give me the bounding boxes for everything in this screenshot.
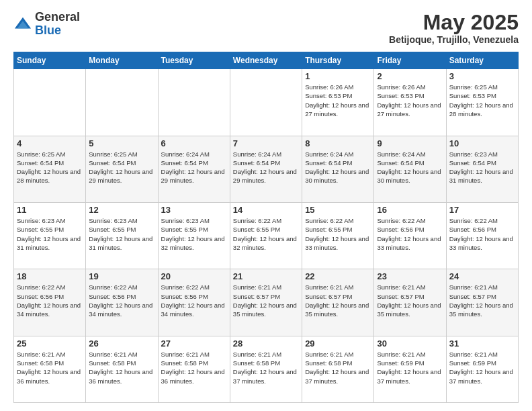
day-number: 17 [449, 205, 515, 215]
calendar-cell [158, 69, 230, 136]
day-info: Sunrise: 6:22 AM Sunset: 6:56 PM Dayligh… [17, 283, 83, 318]
logo-general: General [35, 11, 80, 24]
day-number: 31 [449, 338, 515, 349]
day-info: Sunrise: 6:21 AM Sunset: 6:58 PM Dayligh… [17, 350, 83, 385]
title-block: May 2025 Betijoque, Trujillo, Venezuela [389, 11, 519, 45]
header: General Blue May 2025 Betijoque, Trujill… [13, 11, 519, 45]
calendar-cell: 1Sunrise: 6:26 AM Sunset: 6:53 PM Daylig… [302, 69, 374, 136]
day-info: Sunrise: 6:22 AM Sunset: 6:56 PM Dayligh… [449, 216, 515, 252]
calendar-cell: 29Sunrise: 6:21 AM Sunset: 6:58 PM Dayli… [302, 336, 374, 402]
calendar-cell: 20Sunrise: 6:22 AM Sunset: 6:56 PM Dayli… [158, 269, 230, 336]
calendar-cell [230, 69, 302, 136]
day-number: 27 [161, 338, 227, 349]
day-number: 11 [17, 205, 83, 215]
calendar-cell: 15Sunrise: 6:22 AM Sunset: 6:55 PM Dayli… [302, 202, 374, 269]
day-number: 3 [449, 71, 515, 81]
weekday-header-row: SundayMondayTuesdayWednesdayThursdayFrid… [14, 52, 519, 69]
week-row-3: 11Sunrise: 6:23 AM Sunset: 6:55 PM Dayli… [14, 202, 519, 269]
day-number: 19 [89, 271, 154, 281]
day-info: Sunrise: 6:22 AM Sunset: 6:56 PM Dayligh… [89, 283, 154, 318]
day-info: Sunrise: 6:26 AM Sunset: 6:53 PM Dayligh… [377, 83, 443, 118]
subtitle: Betijoque, Trujillo, Venezuela [389, 34, 519, 45]
day-number: 25 [17, 338, 83, 349]
day-number: 21 [233, 271, 299, 281]
logo: General Blue [13, 11, 80, 38]
day-number: 1 [305, 71, 371, 81]
day-number: 26 [89, 338, 154, 349]
calendar-cell: 14Sunrise: 6:22 AM Sunset: 6:55 PM Dayli… [230, 202, 302, 269]
calendar-cell: 13Sunrise: 6:23 AM Sunset: 6:55 PM Dayli… [158, 202, 230, 269]
day-number: 13 [161, 205, 227, 215]
calendar-cell: 10Sunrise: 6:23 AM Sunset: 6:54 PM Dayli… [446, 136, 518, 202]
day-info: Sunrise: 6:21 AM Sunset: 6:59 PM Dayligh… [449, 350, 515, 385]
day-number: 9 [377, 138, 443, 148]
day-info: Sunrise: 6:26 AM Sunset: 6:53 PM Dayligh… [305, 83, 371, 118]
day-info: Sunrise: 6:24 AM Sunset: 6:54 PM Dayligh… [377, 150, 443, 185]
day-info: Sunrise: 6:24 AM Sunset: 6:54 PM Dayligh… [161, 150, 227, 185]
day-info: Sunrise: 6:21 AM Sunset: 6:57 PM Dayligh… [377, 283, 443, 318]
day-info: Sunrise: 6:25 AM Sunset: 6:54 PM Dayligh… [17, 150, 83, 185]
day-number: 23 [377, 271, 443, 281]
logo-text: General Blue [35, 11, 80, 38]
calendar-cell: 21Sunrise: 6:21 AM Sunset: 6:57 PM Dayli… [230, 269, 302, 336]
day-number: 10 [449, 138, 515, 148]
weekday-header-sunday: Sunday [14, 52, 86, 69]
day-number: 16 [377, 205, 443, 215]
calendar-cell: 22Sunrise: 6:21 AM Sunset: 6:57 PM Dayli… [302, 269, 374, 336]
day-info: Sunrise: 6:21 AM Sunset: 6:58 PM Dayligh… [233, 350, 299, 385]
logo-icon [13, 15, 32, 34]
week-row-4: 18Sunrise: 6:22 AM Sunset: 6:56 PM Dayli… [14, 269, 519, 336]
day-number: 20 [161, 271, 227, 281]
day-number: 24 [449, 271, 515, 281]
day-info: Sunrise: 6:21 AM Sunset: 6:57 PM Dayligh… [305, 283, 371, 318]
day-info: Sunrise: 6:22 AM Sunset: 6:55 PM Dayligh… [305, 216, 371, 252]
calendar-cell: 5Sunrise: 6:25 AM Sunset: 6:54 PM Daylig… [86, 136, 158, 202]
day-number: 22 [305, 271, 371, 281]
day-info: Sunrise: 6:21 AM Sunset: 6:58 PM Dayligh… [89, 350, 154, 385]
day-number: 29 [305, 338, 371, 349]
week-row-5: 25Sunrise: 6:21 AM Sunset: 6:58 PM Dayli… [14, 336, 519, 402]
calendar-cell: 12Sunrise: 6:23 AM Sunset: 6:55 PM Dayli… [86, 202, 158, 269]
day-number: 18 [17, 271, 83, 281]
calendar-cell: 16Sunrise: 6:22 AM Sunset: 6:56 PM Dayli… [374, 202, 446, 269]
page: General Blue May 2025 Betijoque, Trujill… [0, 0, 532, 411]
day-number: 30 [377, 338, 443, 349]
day-number: 6 [161, 138, 227, 148]
calendar-cell: 9Sunrise: 6:24 AM Sunset: 6:54 PM Daylig… [374, 136, 446, 202]
calendar-cell: 24Sunrise: 6:21 AM Sunset: 6:57 PM Dayli… [446, 269, 518, 336]
day-info: Sunrise: 6:23 AM Sunset: 6:55 PM Dayligh… [17, 216, 83, 252]
calendar-cell: 8Sunrise: 6:24 AM Sunset: 6:54 PM Daylig… [302, 136, 374, 202]
calendar-cell: 27Sunrise: 6:21 AM Sunset: 6:58 PM Dayli… [158, 336, 230, 402]
day-number: 8 [305, 138, 371, 148]
day-number: 2 [377, 71, 443, 81]
calendar-cell: 17Sunrise: 6:22 AM Sunset: 6:56 PM Dayli… [446, 202, 518, 269]
week-row-2: 4Sunrise: 6:25 AM Sunset: 6:54 PM Daylig… [14, 136, 519, 202]
day-info: Sunrise: 6:21 AM Sunset: 6:58 PM Dayligh… [305, 350, 371, 385]
calendar-cell: 25Sunrise: 6:21 AM Sunset: 6:58 PM Dayli… [14, 336, 86, 402]
weekday-header-saturday: Saturday [446, 52, 518, 69]
calendar-cell: 30Sunrise: 6:21 AM Sunset: 6:59 PM Dayli… [374, 336, 446, 402]
day-info: Sunrise: 6:21 AM Sunset: 6:57 PM Dayligh… [449, 283, 515, 318]
day-number: 12 [89, 205, 154, 215]
calendar-cell: 31Sunrise: 6:21 AM Sunset: 6:59 PM Dayli… [446, 336, 518, 402]
calendar-cell: 26Sunrise: 6:21 AM Sunset: 6:58 PM Dayli… [86, 336, 158, 402]
day-info: Sunrise: 6:25 AM Sunset: 6:53 PM Dayligh… [449, 83, 515, 118]
calendar-cell: 19Sunrise: 6:22 AM Sunset: 6:56 PM Dayli… [86, 269, 158, 336]
day-info: Sunrise: 6:23 AM Sunset: 6:55 PM Dayligh… [89, 216, 154, 252]
day-info: Sunrise: 6:22 AM Sunset: 6:56 PM Dayligh… [161, 283, 227, 318]
calendar-cell: 11Sunrise: 6:23 AM Sunset: 6:55 PM Dayli… [14, 202, 86, 269]
calendar-cell: 23Sunrise: 6:21 AM Sunset: 6:57 PM Dayli… [374, 269, 446, 336]
day-info: Sunrise: 6:21 AM Sunset: 6:58 PM Dayligh… [161, 350, 227, 385]
calendar-cell: 7Sunrise: 6:24 AM Sunset: 6:54 PM Daylig… [230, 136, 302, 202]
day-number: 15 [305, 205, 371, 215]
weekday-header-tuesday: Tuesday [158, 52, 230, 69]
day-number: 7 [233, 138, 299, 148]
calendar-cell: 3Sunrise: 6:25 AM Sunset: 6:53 PM Daylig… [446, 69, 518, 136]
day-info: Sunrise: 6:23 AM Sunset: 6:54 PM Dayligh… [449, 150, 515, 185]
weekday-header-friday: Friday [374, 52, 446, 69]
day-number: 5 [89, 138, 154, 148]
calendar-cell: 18Sunrise: 6:22 AM Sunset: 6:56 PM Dayli… [14, 269, 86, 336]
day-number: 28 [233, 338, 299, 349]
calendar-cell: 4Sunrise: 6:25 AM Sunset: 6:54 PM Daylig… [14, 136, 86, 202]
day-info: Sunrise: 6:21 AM Sunset: 6:59 PM Dayligh… [377, 350, 443, 385]
